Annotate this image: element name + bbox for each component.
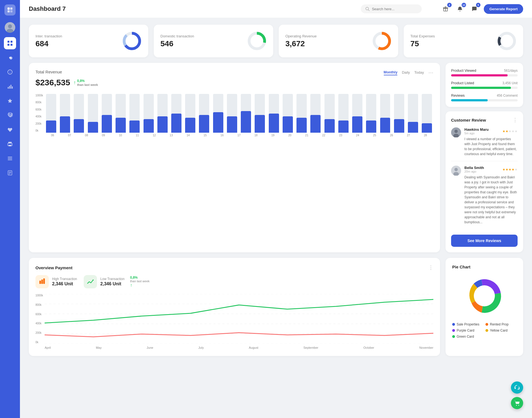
svg-rect-47 (39, 281, 41, 284)
svg-rect-49 (43, 278, 45, 284)
search-input[interactable] (372, 7, 413, 11)
reviewer-avatar-0 (451, 127, 461, 137)
review-more-menu[interactable]: ⋮ (513, 117, 518, 123)
svg-text:i: i (10, 70, 10, 74)
payment-change: 0,8% than last week ↑ (130, 276, 149, 288)
bar-group (212, 94, 224, 133)
bar-chart-x-labels: 0607080910111213141516171819202122232425… (45, 134, 433, 137)
low-transaction-icon (84, 275, 97, 288)
svg-rect-25 (9, 172, 11, 172)
tab-monthly[interactable]: Monthly (384, 70, 398, 75)
stars-1: ★★★★★ (502, 168, 518, 171)
stat-value-2: 3,672 (285, 39, 317, 48)
moon-icon (428, 6, 434, 12)
stat-label-0: Inter. transaction (35, 34, 62, 38)
metric-bar-bg-2 (451, 99, 518, 101)
metric-name-0: Product Viewed (451, 68, 476, 73)
bar-x-label: 24 (350, 134, 365, 137)
bar-group (309, 94, 322, 133)
bar-group (45, 94, 57, 133)
bar-x-label: 06 (45, 134, 60, 137)
bar-group (379, 94, 392, 133)
high-transaction-label: High Transaction (52, 277, 77, 281)
sidebar-item-likes[interactable] (4, 124, 16, 136)
review-item-1: Bella Smith 20m ago ★★★★★ Dealing with S… (451, 166, 518, 229)
bar-group (128, 94, 141, 133)
svg-rect-10 (11, 44, 12, 46)
stat-card-domestic-transaction: Domestic transaction 546 (154, 25, 273, 57)
legend-item-3: Yellow Card (485, 329, 516, 332)
bar-group (267, 94, 280, 133)
bar-x-label: 26 (383, 134, 399, 137)
sidebar: i (0, 0, 20, 418)
floating-buttons (511, 381, 523, 409)
pie-card: Pie Chart (446, 258, 523, 356)
change-text: than last week (77, 83, 98, 86)
bar-x-label: 21 (299, 134, 315, 137)
avatar[interactable] (5, 22, 15, 33)
stat-value-3: 75 (410, 39, 435, 48)
page-title: Dashboard 7 (29, 5, 356, 12)
payment-stat-high: High Transaction 2,346 Unit (35, 275, 77, 288)
sidebar-item-favorites[interactable] (4, 95, 16, 107)
payment-title: Overview Payment (35, 265, 72, 270)
svg-rect-8 (11, 41, 12, 43)
legend-dot-2 (452, 329, 455, 332)
sidebar-item-dashboard[interactable] (4, 37, 16, 49)
bell-icon-btn[interactable]: 12 (455, 4, 465, 14)
payment-change-pct: 0,8% (130, 276, 149, 279)
cart-icon (514, 400, 520, 406)
sidebar-item-info[interactable]: i (4, 66, 16, 78)
gift-icon-btn[interactable]: 2 (441, 4, 451, 14)
sidebar-item-reports[interactable] (4, 167, 16, 179)
metric-row-1: Product Listed 3,456 Unit (451, 81, 518, 85)
y-label-1: 800k (35, 101, 43, 104)
payment-more-menu[interactable]: ⋮ (428, 265, 433, 271)
chat-icon-btn[interactable]: 5 (469, 4, 479, 14)
legend-dot-0 (452, 323, 455, 326)
line-chart-container: 1000k 800k 600k 400k 200k 0k (35, 294, 433, 349)
middle-section: Total Revenue Monthly Daily Today ⋯ $236… (29, 63, 523, 252)
review-card-title: Customer Review (451, 118, 486, 122)
revenue-tabs: Monthly Daily Today ⋯ (384, 70, 433, 76)
float-btn-support[interactable] (511, 381, 523, 394)
tab-today[interactable]: Today (414, 70, 424, 75)
revenue-more-menu[interactable]: ⋯ (428, 70, 433, 76)
revenue-card: Total Revenue Monthly Daily Today ⋯ $236… (29, 63, 440, 252)
payment-stat-low: Low Transaction 2,346 Unit 0,8% than las… (84, 275, 150, 288)
bar-group (114, 94, 127, 133)
sidebar-item-analytics[interactable] (4, 80, 16, 93)
tab-daily[interactable]: Daily (402, 70, 410, 75)
see-more-button[interactable]: See More Reviews (451, 235, 518, 247)
reviewer-info-1: Bella Smith 20m ago ★★★★★ Dealing with S… (464, 166, 518, 225)
stat-info: Operating Revenue 3,672 (285, 34, 317, 48)
bell-badge: 12 (462, 3, 466, 7)
svg-rect-14 (9, 86, 10, 89)
sidebar-item-wishlist[interactable] (4, 109, 16, 121)
revenue-change: ↑ 0,8% than last week (73, 79, 98, 86)
y-axis: 1000k 800k 600k 400k 200k 0k (35, 94, 45, 133)
line-chart-x-labels: April May June July August September Oct… (45, 346, 433, 349)
reviewer-name-0: Hawkins Maru 5m ago (464, 127, 488, 135)
bar-x-label: 12 (146, 134, 162, 137)
headset-icon (514, 384, 520, 391)
bar-group (406, 94, 419, 133)
metric-bar-bg-1 (451, 87, 518, 89)
payment-card: Overview Payment ⋮ High Tra (29, 258, 440, 356)
svg-point-42 (454, 130, 458, 133)
svg-rect-27 (9, 174, 10, 174)
legend-label-2: Purple Card (457, 329, 474, 332)
content-area: Inter. transaction 684 Domestic transact… (20, 18, 532, 418)
bar-x-label: 22 (316, 134, 332, 137)
float-btn-cart[interactable] (511, 397, 523, 409)
generate-report-button[interactable]: Generate Report (484, 4, 523, 14)
sidebar-item-print[interactable] (4, 138, 16, 150)
svg-rect-48 (41, 279, 43, 284)
svg-rect-3 (10, 10, 12, 12)
search-box[interactable] (361, 4, 422, 13)
sidebar-item-menu[interactable] (4, 152, 16, 165)
sidebar-logo[interactable] (4, 4, 16, 16)
sidebar-item-settings[interactable] (4, 52, 16, 64)
moon-icon-btn[interactable] (426, 4, 436, 14)
bar-group (254, 94, 266, 133)
